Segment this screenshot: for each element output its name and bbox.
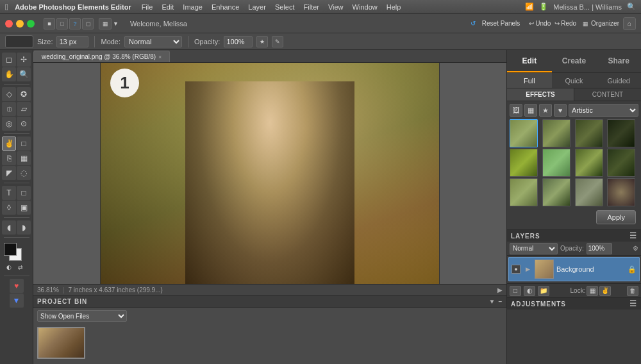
reset-panels-button[interactable]: ↺ Reset Panels bbox=[470, 17, 525, 30]
zoom-tool[interactable]: 🔍 bbox=[17, 67, 31, 81]
move-tool[interactable]: ✢ bbox=[17, 53, 31, 67]
airbrush-toggle[interactable]: ★ bbox=[256, 36, 268, 47]
canvas-viewport[interactable]: 1 bbox=[33, 63, 506, 284]
adjustments-panel-menu[interactable]: ☰ bbox=[629, 299, 637, 308]
layers-panel-menu[interactable]: ☰ bbox=[629, 231, 637, 240]
home-icon[interactable]: ⌂ bbox=[623, 17, 636, 30]
panel-tab-create[interactable]: Create bbox=[552, 50, 597, 72]
dodge-tool[interactable]: ◖ bbox=[2, 220, 16, 235]
blur-tool[interactable]: ◌ bbox=[17, 166, 31, 180]
effects-filter-btn-1[interactable]: 🖼 bbox=[510, 104, 522, 117]
status-info-btn[interactable]: ▶ bbox=[497, 286, 503, 294]
canvas-tab-close[interactable]: × bbox=[158, 54, 162, 60]
clone-tool[interactable]: ⎘ bbox=[2, 151, 16, 165]
effect-thumb-6[interactable] bbox=[542, 149, 570, 177]
lasso-tool[interactable]: ◇ bbox=[2, 87, 16, 101]
heart-tool[interactable]: ♥ bbox=[10, 279, 24, 293]
effects-filter-btn-2[interactable]: ▦ bbox=[524, 104, 537, 117]
apply-button[interactable]: Apply bbox=[596, 210, 636, 224]
content-tab[interactable]: CONTENT bbox=[574, 88, 641, 101]
effect-thumb-8[interactable] bbox=[607, 149, 635, 177]
brush-preview[interactable] bbox=[5, 35, 33, 48]
straighten-tool[interactable]: ▱ bbox=[17, 102, 31, 116]
effect-thumb-7[interactable] bbox=[575, 149, 603, 177]
default-colors-icon[interactable]: ◐ bbox=[6, 264, 15, 273]
menu-edit[interactable]: Edit bbox=[162, 3, 174, 11]
eraser-tool[interactable]: □ bbox=[17, 136, 31, 151]
mode-select[interactable]: Normal Multiply Screen bbox=[124, 36, 182, 47]
create-group-button[interactable]: 📁 bbox=[538, 286, 549, 296]
effect-thumb-4[interactable] bbox=[607, 119, 635, 147]
paint-bucket-tool[interactable]: ◊ bbox=[2, 201, 16, 215]
canvas-tab-main[interactable]: wedding_original.png @ 36.8% (RGB/8) × bbox=[33, 51, 170, 62]
lock-image-button[interactable]: ✌ bbox=[599, 286, 611, 296]
project-bin-collapse[interactable]: ▼ bbox=[489, 298, 496, 305]
redeye-tool[interactable]: ◎ bbox=[2, 117, 16, 131]
minimize-window-button[interactable] bbox=[16, 20, 24, 28]
size-input[interactable] bbox=[56, 36, 88, 47]
tablet-icon[interactable]: ✎ bbox=[272, 36, 283, 47]
gradient-tool[interactable]: ▣ bbox=[17, 201, 31, 215]
effect-thumb-5[interactable] bbox=[510, 149, 538, 177]
menu-window[interactable]: Window bbox=[353, 3, 378, 11]
effect-thumb-9[interactable] bbox=[510, 178, 538, 206]
smudge-tool[interactable]: ◤ bbox=[2, 166, 16, 180]
effects-filter-btn-3[interactable]: ★ bbox=[539, 104, 552, 117]
undo-button[interactable]: ↩ Undo bbox=[529, 20, 551, 27]
project-bin-filter[interactable]: Show Open Files Show All bbox=[37, 310, 127, 322]
effect-thumb-12[interactable] bbox=[607, 178, 635, 206]
toolbar-icon-2[interactable]: □ bbox=[56, 18, 68, 29]
swap-colors-icon[interactable]: ⇄ bbox=[18, 264, 27, 273]
effect-thumb-10[interactable] bbox=[542, 178, 570, 206]
panel-tab-share[interactable]: Share bbox=[596, 50, 641, 72]
menu-file[interactable]: File bbox=[142, 3, 153, 11]
maximize-window-button[interactable] bbox=[27, 20, 35, 28]
effect-thumb-3[interactable] bbox=[575, 119, 603, 147]
panel-subtab-full[interactable]: Full bbox=[507, 73, 552, 88]
shape-tool[interactable]: □ bbox=[17, 186, 31, 200]
pattern-tool[interactable]: ▦ bbox=[17, 151, 31, 165]
layer-row-background[interactable]: ● ▶ Background 🔒 bbox=[508, 257, 640, 281]
bin-thumbnail-1[interactable] bbox=[37, 327, 85, 359]
menu-select[interactable]: Select bbox=[275, 3, 295, 11]
layer-blend-mode[interactable]: Normal Multiply Screen bbox=[510, 243, 558, 254]
spot-heal-tool[interactable]: ⊙ bbox=[17, 117, 31, 131]
menu-help[interactable]: Help bbox=[387, 3, 401, 11]
menu-image[interactable]: Image bbox=[183, 3, 203, 11]
menu-filter[interactable]: Filter bbox=[303, 3, 319, 11]
panel-subtab-guided[interactable]: Guided bbox=[596, 73, 641, 88]
menu-view[interactable]: View bbox=[328, 3, 344, 11]
lock-transparent-button[interactable]: ▦ bbox=[587, 286, 598, 296]
effects-category-select[interactable]: Artistic Sketch Texture Brushstrokes Sty… bbox=[569, 104, 638, 117]
effect-thumb-1[interactable] bbox=[510, 119, 538, 147]
toolbar-icon-3[interactable]: ◻ bbox=[82, 18, 94, 29]
project-bin-menu[interactable]: – bbox=[498, 298, 503, 305]
layers-settings-icon[interactable]: ⚙ bbox=[633, 245, 638, 252]
layer-visibility-toggle[interactable]: ● bbox=[512, 265, 520, 274]
layer-opacity-input[interactable] bbox=[587, 243, 612, 254]
toolbar-icon-1[interactable]: ■ bbox=[44, 18, 55, 29]
menu-layer[interactable]: Layer bbox=[248, 3, 266, 11]
panel-tab-edit[interactable]: Edit bbox=[507, 50, 552, 72]
toolbar-icon-help[interactable]: ? bbox=[69, 18, 81, 29]
organizer-button[interactable]: ▦ Organizer bbox=[583, 20, 619, 27]
menu-enhance[interactable]: Enhance bbox=[212, 3, 239, 11]
view-options[interactable]: ▦ ▼ bbox=[99, 18, 119, 29]
panel-subtab-quick[interactable]: Quick bbox=[552, 73, 597, 88]
effects-tab[interactable]: EFFECTS bbox=[507, 88, 574, 101]
close-window-button[interactable] bbox=[5, 20, 13, 28]
burn-tool[interactable]: ◗ bbox=[17, 220, 31, 235]
brush-tool active[interactable]: ✌ bbox=[2, 136, 16, 151]
effects-filter-btn-4[interactable]: ♥ bbox=[554, 104, 567, 117]
effect-thumb-11[interactable] bbox=[575, 178, 603, 206]
water-drop-tool[interactable]: ▼ bbox=[10, 294, 24, 308]
effect-thumb-2[interactable] bbox=[542, 119, 570, 147]
search-icon[interactable]: 🔍 bbox=[627, 3, 636, 11]
apple-menu[interactable]:  bbox=[5, 2, 8, 12]
selection-tool[interactable]: ◻ bbox=[2, 53, 16, 67]
crop-tool[interactable]: ⎅ bbox=[2, 102, 16, 116]
opacity-input[interactable] bbox=[224, 36, 253, 47]
type-tool[interactable]: T bbox=[2, 186, 16, 200]
create-adjustment-layer-button[interactable]: ◐ bbox=[524, 286, 535, 296]
foreground-color-swatch[interactable] bbox=[4, 243, 17, 256]
